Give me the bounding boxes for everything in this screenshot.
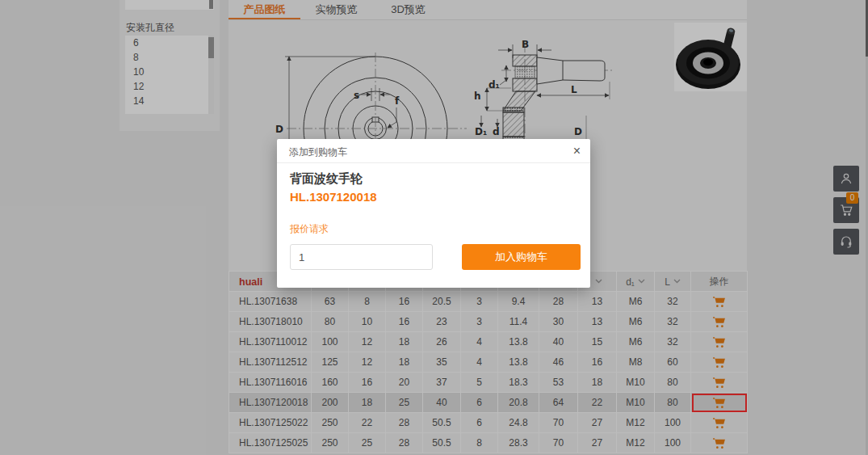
modal-title: 添加到购物车 [289, 145, 347, 159]
part-number: HL.1307120018 [290, 190, 377, 204]
quantity-input[interactable] [290, 244, 433, 270]
modal-header: 添加到购物车 × [277, 139, 590, 163]
product-name: 背面波纹手轮 [290, 171, 363, 187]
close-icon[interactable]: × [573, 143, 581, 159]
add-to-cart-modal: 添加到购物车 × 背面波纹手轮 HL.1307120018 报价请求 加入购物车 [277, 139, 590, 288]
page: 安装孔直径 68101214 产品图纸实物预览3D预览 [0, 0, 868, 455]
add-to-cart-button[interactable]: 加入购物车 [462, 244, 581, 270]
quote-request-link[interactable]: 报价请求 [290, 222, 329, 236]
